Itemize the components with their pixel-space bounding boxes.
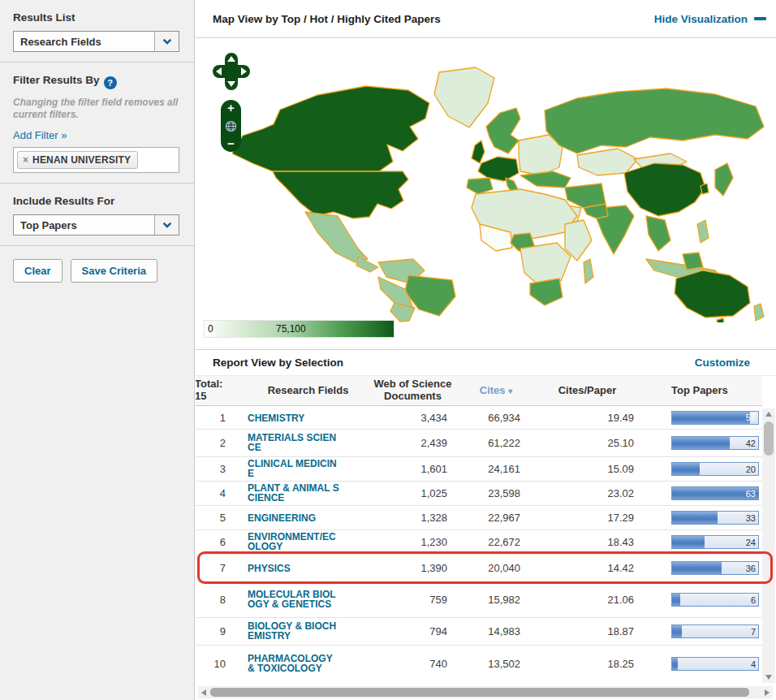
pan-left-icon[interactable] [216, 67, 222, 76]
top-papers-bar-fill [672, 562, 722, 574]
column-header-cites-per-paper[interactable]: Cites/Paper [537, 385, 638, 397]
top-papers-value: 20 [746, 465, 756, 474]
map-region-madagascar [584, 259, 593, 283]
map-panel-title: Map View by Top / Hot / Highly Cited Pap… [213, 13, 441, 25]
row-documents-value: 794 [370, 625, 455, 637]
row-rank: 2 [196, 437, 246, 449]
row-documents-value: 1,025 [370, 487, 455, 499]
map-region-iran [565, 184, 606, 208]
top-papers-bar[interactable]: 33 [671, 511, 759, 525]
column-header-top-papers[interactable]: Top Papers [638, 385, 762, 397]
research-field-link[interactable]: ENVIRONMENT/ECOLOGY [248, 532, 342, 553]
top-papers-bar[interactable]: 4 [671, 657, 759, 671]
map-region-greenland [434, 67, 494, 127]
pan-right-icon[interactable] [241, 67, 247, 76]
map-zoom-control: + − [221, 100, 241, 152]
table-horizontal-scrollbar[interactable] [198, 686, 773, 698]
research-field-link[interactable]: PLANT & ANIMAL SCIENCE [248, 483, 342, 504]
table-row[interactable]: 6 ENVIRONMENT/ECOLOGY 1,230 22,672 18.43… [196, 529, 762, 554]
pan-down-icon[interactable] [227, 81, 235, 87]
row-research-field: ENVIRONMENT/ECOLOGY [246, 532, 370, 553]
sidebar-actions: Clear Save Criteria [0, 246, 194, 296]
filter-tag[interactable]: × HENAN UNIVERSITY [17, 151, 138, 169]
research-field-link[interactable]: MATERIALS SCIENCE [248, 433, 342, 454]
research-field-link[interactable]: MOLECULAR BIOLOGY & GENETICS [248, 590, 342, 611]
column-header-research-fields[interactable]: Research Fields [246, 385, 370, 397]
report-header: Report View by Selection Customize [196, 349, 776, 376]
research-field-link[interactable]: CHEMISTRY [248, 413, 304, 424]
scroll-down-arrow[interactable] [762, 672, 775, 683]
column-header-documents[interactable]: Web of Science Documents [370, 378, 455, 403]
results-list-dropdown[interactable]: Research Fields [13, 31, 179, 52]
row-rank: 9 [196, 625, 246, 637]
table-row[interactable]: 2 MATERIALS SCIENCE 2,439 61,222 25.10 4… [196, 429, 762, 456]
table-row[interactable]: 1 CHEMISTRY 3,434 66,934 19.49 57 [196, 406, 762, 429]
vertical-scrollbar-thumb[interactable] [764, 421, 774, 456]
zoom-out-button[interactable]: − [227, 138, 235, 149]
clear-button[interactable]: Clear [13, 259, 63, 283]
research-field-link[interactable]: PHARMACOLOGY & TOXICOLOGY [248, 654, 342, 675]
results-list-dropdown-arrow[interactable] [154, 32, 179, 51]
top-papers-value: 42 [746, 439, 756, 448]
row-documents-value: 759 [370, 594, 455, 606]
research-field-link[interactable]: BIOLOGY & BIOCHEMISTRY [248, 621, 342, 642]
map-region-scandinavia [486, 108, 520, 153]
top-papers-bar[interactable]: 57 [671, 411, 759, 425]
table-row[interactable]: 4 PLANT & ANIMAL SCIENCE 1,025 23,598 23… [196, 481, 762, 505]
hide-visualization-link[interactable]: Hide Visualization [654, 13, 768, 25]
table-row[interactable]: 9 BIOLOGY & BIOCHEMISTRY 794 14,983 18.8… [196, 617, 762, 645]
top-papers-bar[interactable]: 36 [671, 561, 759, 575]
cites-header-label: Cites [480, 384, 506, 396]
row-rank: 3 [196, 463, 246, 475]
top-papers-bar-fill [672, 412, 750, 424]
row-rank: 1 [196, 412, 246, 424]
filter-heading-text: Filter Results By [13, 74, 100, 86]
table-row[interactable]: 7 PHYSICS 1,390 20,040 14.42 36 [196, 554, 762, 581]
column-header-cites-sorted[interactable]: Cites ▾ [455, 385, 537, 397]
results-list-section: Results List Research Fields [0, 0, 194, 63]
table-row[interactable]: 5 ENGINEERING 1,328 22,967 17.29 33 [196, 505, 762, 529]
sidebar: Results List Research Fields Filter Resu… [0, 0, 195, 700]
row-research-field: CLINICAL MEDICINE [246, 459, 370, 480]
research-field-link[interactable]: PHYSICS [248, 564, 291, 574]
zoom-in-button[interactable]: + [227, 102, 235, 114]
pan-up-icon[interactable] [227, 56, 235, 62]
remove-filter-icon[interactable]: × [23, 154, 28, 166]
row-top-papers-cell: 42 [638, 436, 762, 450]
include-results-dropdown[interactable]: Top Papers [13, 214, 179, 235]
top-papers-bar[interactable]: 6 [671, 593, 759, 607]
research-field-link[interactable]: ENGINEERING [248, 513, 316, 524]
research-field-link[interactable]: CLINICAL MEDICINE [248, 459, 342, 480]
table-row[interactable]: 10 PHARMACOLOGY & TOXICOLOGY 740 13,502 … [196, 645, 762, 682]
include-results-dropdown-arrow[interactable] [154, 215, 179, 235]
customize-link[interactable]: Customize [695, 356, 750, 369]
scroll-left-arrow[interactable] [198, 686, 209, 698]
top-papers-bar[interactable]: 63 [671, 486, 759, 500]
table-header-row: Total: 15 Research Fields Web of Science… [196, 376, 762, 406]
globe-icon[interactable] [225, 120, 237, 132]
top-papers-bar[interactable]: 24 [671, 535, 759, 549]
top-papers-bar[interactable]: 7 [671, 624, 759, 638]
map-region-uk [472, 140, 485, 163]
map-region-usa [273, 171, 408, 218]
table-row[interactable]: 8 MOLECULAR BIOLOGY & GENETICS 759 15,98… [196, 581, 762, 617]
row-documents-value: 1,601 [370, 463, 455, 475]
horizontal-scrollbar-thumb[interactable] [210, 688, 749, 697]
table-vertical-scrollbar[interactable] [762, 408, 775, 683]
row-top-papers-cell: 33 [638, 511, 762, 525]
save-criteria-button[interactable]: Save Criteria [71, 259, 158, 283]
map-pan-control[interactable] [213, 53, 250, 90]
top-papers-bar[interactable]: 42 [671, 436, 759, 450]
add-filter-link[interactable]: Add Filter » [13, 129, 67, 141]
table-row[interactable]: 3 CLINICAL MEDICINE 1,601 24,161 15.09 2… [196, 456, 762, 481]
scroll-right-arrow[interactable] [761, 686, 773, 698]
row-research-field: PHYSICS [246, 562, 370, 574]
scroll-up-arrow[interactable] [762, 408, 775, 420]
choropleth-world-map[interactable] [196, 50, 776, 322]
top-papers-bar[interactable]: 20 [671, 462, 759, 476]
row-top-papers-cell: 24 [638, 535, 762, 549]
top-papers-bar-fill [672, 463, 700, 475]
help-icon[interactable]: ? [104, 76, 117, 89]
row-rank: 5 [196, 512, 246, 524]
row-cites-value: 22,672 [455, 536, 537, 548]
